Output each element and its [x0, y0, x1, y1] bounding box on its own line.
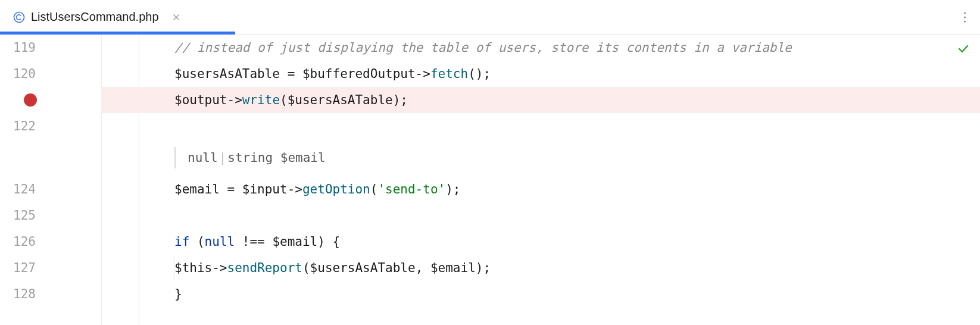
editor: 119 120 122 124 125 126 127 128 // inste…: [0, 35, 980, 325]
type-token: null: [188, 151, 218, 165]
gutter[interactable]: 119 120 122 124 125 126 127 128: [0, 35, 101, 325]
tab-bar: ListUsersCommand.php: [0, 0, 980, 35]
line-number[interactable]: 124: [0, 176, 101, 202]
operator: ->: [212, 261, 227, 275]
tab-options-menu[interactable]: [959, 7, 970, 27]
type-hint[interactable]: null|string $email: [174, 147, 338, 168]
type-separator: |: [219, 151, 227, 165]
variable: $usersAsATable: [288, 93, 393, 107]
operator: !==: [235, 235, 272, 249]
method-call: getOption: [302, 182, 370, 196]
variable: $usersAsATable: [310, 261, 416, 275]
code-line[interactable]: if (null !== $email) {: [102, 229, 980, 255]
tab-label: ListUsersCommand.php: [31, 10, 159, 24]
variable: $input: [242, 182, 288, 196]
keyword: if: [174, 235, 189, 249]
punct: );: [476, 261, 491, 275]
punct: {: [333, 235, 341, 249]
file-tab[interactable]: ListUsersCommand.php: [0, 0, 191, 34]
punct: }: [174, 287, 182, 301]
type-hint-row: null|string $email: [102, 139, 980, 176]
breakpoint-line[interactable]: $output->write($usersAsATable);: [102, 87, 980, 113]
comment-text: // instead of just displaying the table …: [174, 40, 792, 55]
line-number[interactable]: 119: [0, 35, 101, 61]
operator: ->: [416, 67, 430, 81]
line-number: [0, 139, 101, 176]
punct: );: [393, 93, 408, 107]
code-line[interactable]: $email = $input->getOption('send-to');: [102, 176, 980, 202]
variable: $this: [174, 261, 212, 275]
punct: (: [280, 93, 288, 107]
variable: $email: [174, 182, 220, 196]
string-literal: 'send-to': [377, 182, 445, 196]
method-call: fetch: [430, 67, 468, 81]
class-file-icon: [13, 11, 25, 23]
code-line[interactable]: // instead of just displaying the table …: [102, 35, 980, 61]
method-call: sendReport: [227, 261, 302, 275]
line-number[interactable]: 126: [0, 229, 101, 255]
operator: ->: [227, 93, 242, 107]
variable: $output: [174, 93, 227, 107]
line-number[interactable]: 122: [0, 113, 101, 139]
close-icon[interactable]: [171, 12, 182, 23]
code-line[interactable]: $usersAsATable = $bufferedOutput->fetch(…: [102, 61, 980, 87]
method-call: write: [242, 93, 280, 107]
punct: ,: [416, 261, 430, 275]
punct: ): [317, 235, 332, 249]
variable: $email: [272, 235, 317, 249]
line-number-breakpoint[interactable]: [0, 87, 101, 113]
type-token: string: [227, 151, 273, 165]
svg-point-0: [14, 12, 24, 22]
indent-guide: [174, 255, 175, 281]
punct: (: [370, 182, 378, 196]
keyword: null: [205, 235, 235, 249]
line-number[interactable]: 125: [0, 202, 101, 229]
punct: ();: [468, 67, 491, 81]
code-line[interactable]: [102, 202, 980, 229]
punct: (: [302, 261, 310, 275]
operator: ->: [288, 182, 302, 196]
variable: $email: [430, 261, 476, 275]
punct: );: [445, 182, 460, 196]
operator: =: [280, 67, 302, 81]
code-area[interactable]: // instead of just displaying the table …: [101, 35, 980, 325]
breakpoint-icon[interactable]: [24, 93, 37, 107]
line-number[interactable]: 120: [0, 61, 101, 87]
variable: $bufferedOutput: [302, 67, 416, 81]
punct: (: [189, 235, 204, 249]
variable: $usersAsATable: [174, 67, 280, 81]
line-number[interactable]: 128: [0, 281, 101, 307]
code-line[interactable]: }: [102, 281, 980, 307]
type-var: $email: [273, 151, 326, 165]
code-line[interactable]: [102, 113, 980, 139]
operator: =: [220, 182, 242, 196]
line-number[interactable]: 127: [0, 255, 101, 281]
code-line[interactable]: $this->sendReport($usersAsATable, $email…: [102, 255, 980, 281]
